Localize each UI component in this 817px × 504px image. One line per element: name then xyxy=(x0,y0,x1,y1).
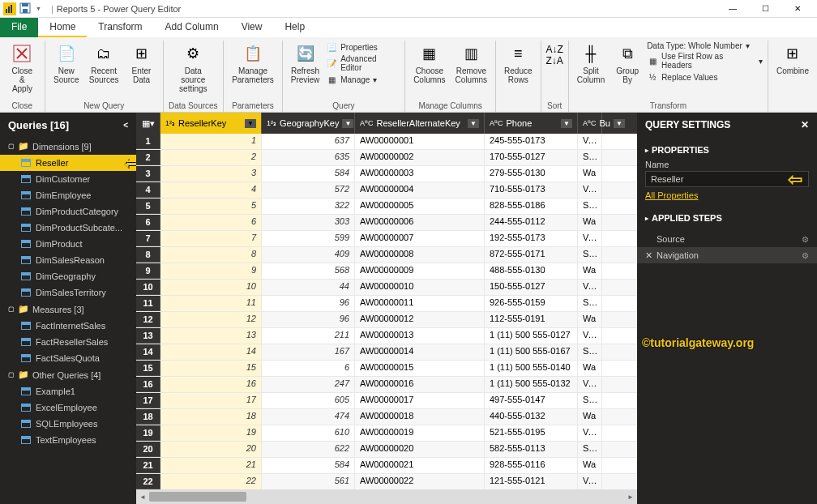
sort-asc-button[interactable]: A↓Z xyxy=(546,44,563,55)
tab-add-column[interactable]: Add Column xyxy=(154,18,230,37)
query-item[interactable]: ExcelEmployee xyxy=(0,399,136,416)
row-number[interactable]: 9 xyxy=(136,263,160,279)
cell[interactable]: Spe xyxy=(578,199,602,214)
cell[interactable]: AW00000007 xyxy=(355,231,485,246)
query-item[interactable]: DimEmployee xyxy=(0,187,136,203)
cell[interactable]: Valu xyxy=(578,280,602,295)
new-source-button[interactable]: 📄New Source xyxy=(50,41,83,86)
column-header[interactable]: 1²₃GeographyKey▼ xyxy=(262,113,355,134)
table-row[interactable]: 99568AW00000009488-555-0130Wa xyxy=(136,263,637,280)
cell[interactable]: AW00000017 xyxy=(355,393,485,408)
cell[interactable]: 1 (11) 500 555-0167 xyxy=(485,344,578,360)
tab-home[interactable]: Home xyxy=(38,18,87,37)
cell[interactable]: AW00000010 xyxy=(355,280,485,295)
column-header[interactable]: 1²₃ResellerKey▼ xyxy=(160,113,262,134)
table-row[interactable]: 2121584AW00000021928-555-0116Wa xyxy=(136,458,637,474)
cell[interactable]: 637 xyxy=(262,134,355,149)
row-number[interactable]: 4 xyxy=(136,182,160,198)
cell[interactable]: AW00000021 xyxy=(355,458,485,473)
cell[interactable]: Valu xyxy=(578,425,602,441)
cell[interactable]: 8 xyxy=(160,247,262,263)
properties-chevron-icon[interactable]: ▸ xyxy=(645,147,648,154)
table-row[interactable]: 101044AW00000010150-555-0127Valu xyxy=(136,280,637,296)
cell[interactable]: 5 xyxy=(160,199,262,214)
gear-icon[interactable]: ⚙ xyxy=(802,251,809,260)
cell[interactable]: 9 xyxy=(160,263,262,279)
cell[interactable]: 497-555-0147 xyxy=(485,393,578,408)
column-dropdown-icon[interactable]: ▼ xyxy=(614,119,625,128)
cell[interactable]: Spe xyxy=(578,247,602,263)
cell[interactable]: 10 xyxy=(160,280,262,295)
query-item[interactable]: DimGeography xyxy=(0,268,136,284)
query-item[interactable]: TextEmployees xyxy=(0,432,136,448)
row-number[interactable]: 22 xyxy=(136,474,160,489)
table-row[interactable]: 15156AW000000151 (11) 500 555-0140Wa xyxy=(136,361,637,377)
horizontal-scrollbar[interactable] xyxy=(136,489,637,504)
table-row[interactable]: 33584AW00000003279-555-0130Wa xyxy=(136,166,637,182)
cell[interactable]: Valu xyxy=(578,134,602,149)
cell[interactable]: 584 xyxy=(262,166,355,182)
table-row[interactable]: 1414167AW000000141 (11) 500 555-0167Spe xyxy=(136,344,637,361)
table-row[interactable]: 1616247AW000000161 (11) 500 555-0132Valu xyxy=(136,377,637,393)
cell[interactable]: 6 xyxy=(262,361,355,376)
cell[interactable]: 13 xyxy=(160,328,262,344)
cell[interactable]: Wa xyxy=(578,166,602,182)
cell[interactable]: 828-555-0186 xyxy=(485,199,578,214)
cell[interactable]: 112-555-0191 xyxy=(485,312,578,327)
refresh-preview-button[interactable]: 🔄Refresh Preview xyxy=(288,41,323,86)
cell[interactable]: 440-555-0132 xyxy=(485,409,578,425)
column-header[interactable]: AᴮCBu▼ xyxy=(578,113,602,134)
cell[interactable]: AW00000013 xyxy=(355,328,485,344)
query-item[interactable]: Example1 xyxy=(0,383,136,399)
queries-collapse-icon[interactable]: < xyxy=(123,121,128,130)
row-number[interactable]: 3 xyxy=(136,166,160,182)
row-number[interactable]: 5 xyxy=(136,199,160,214)
cell[interactable]: 17 xyxy=(160,393,262,408)
query-item[interactable]: DimSalesTerritory xyxy=(0,284,136,301)
cell[interactable]: Valu xyxy=(578,182,602,198)
row-number[interactable]: 1 xyxy=(136,134,160,149)
column-header[interactable]: AᴮCResellerAlternateKey▼ xyxy=(355,113,485,134)
table-row[interactable]: 22635AW00000002170-555-0127Spe xyxy=(136,150,637,166)
tab-view[interactable]: View xyxy=(230,18,274,37)
remove-columns-button[interactable]: ▥Remove Columns xyxy=(452,41,490,86)
cell[interactable]: AW00000004 xyxy=(355,182,485,198)
cell[interactable]: 2 xyxy=(160,150,262,165)
corner-cell[interactable]: ▦▾ xyxy=(136,113,160,134)
first-row-headers-button[interactable]: ▦Use First Row as Headers ▾ xyxy=(647,51,763,70)
table-row[interactable]: 111196AW00000011926-555-0159Spe xyxy=(136,296,637,312)
row-number[interactable]: 20 xyxy=(136,442,160,457)
row-number[interactable]: 8 xyxy=(136,247,160,263)
cell[interactable]: AW00000014 xyxy=(355,344,485,360)
cell[interactable]: Valu xyxy=(578,328,602,344)
column-dropdown-icon[interactable]: ▼ xyxy=(342,119,353,128)
recent-sources-button[interactable]: 🗂Recent Sources xyxy=(86,41,122,86)
cell[interactable]: 584 xyxy=(262,458,355,473)
row-number[interactable]: 13 xyxy=(136,328,160,344)
query-group[interactable]: ▢📁Measures [3] xyxy=(0,301,136,318)
cell[interactable]: 16 xyxy=(160,377,262,392)
table-row[interactable]: 66303AW00000006244-555-0112Wa xyxy=(136,215,637,231)
row-number[interactable]: 17 xyxy=(136,393,160,408)
cell[interactable]: 303 xyxy=(262,215,355,230)
table-row[interactable]: 121296AW00000012112-555-0191Wa xyxy=(136,312,637,328)
cell[interactable]: 926-555-0159 xyxy=(485,296,578,311)
cell[interactable]: 928-555-0116 xyxy=(485,458,578,473)
cell[interactable]: AW00000003 xyxy=(355,166,485,182)
query-item[interactable]: FactInternetSales xyxy=(0,318,136,334)
maximize-button[interactable]: ☐ xyxy=(749,0,781,18)
query-item[interactable]: FactSalesQuota xyxy=(0,350,136,366)
row-number[interactable]: 11 xyxy=(136,296,160,311)
cell[interactable]: AW00000005 xyxy=(355,199,485,214)
cell[interactable]: AW00000020 xyxy=(355,442,485,457)
table-row[interactable]: 88409AW00000008872-555-0171Spe xyxy=(136,247,637,263)
cell[interactable]: Spe xyxy=(578,296,602,311)
cell[interactable]: 568 xyxy=(262,263,355,279)
cell[interactable]: 12 xyxy=(160,312,262,327)
row-number[interactable]: 2 xyxy=(136,150,160,165)
cell[interactable]: 1 xyxy=(160,134,262,149)
steps-chevron-icon[interactable]: ▸ xyxy=(645,215,648,222)
row-number[interactable]: 18 xyxy=(136,409,160,425)
cell[interactable]: 279-555-0130 xyxy=(485,166,578,182)
cell[interactable]: 3 xyxy=(160,166,262,182)
